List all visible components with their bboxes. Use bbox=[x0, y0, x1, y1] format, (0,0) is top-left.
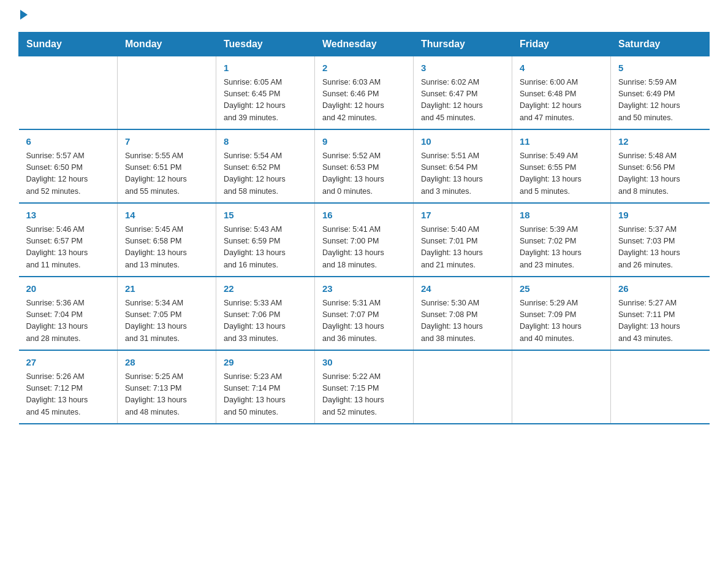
calendar-cell bbox=[118, 56, 216, 130]
day-info: Sunrise: 5:39 AM Sunset: 7:02 PM Dayligh… bbox=[520, 224, 603, 272]
day-info: Sunrise: 5:37 AM Sunset: 7:03 PM Dayligh… bbox=[618, 224, 702, 272]
day-info: Sunrise: 5:33 AM Sunset: 7:06 PM Dayligh… bbox=[224, 297, 307, 345]
day-number: 5 bbox=[618, 61, 702, 75]
calendar-week-row: 13Sunrise: 5:46 AM Sunset: 6:57 PM Dayli… bbox=[19, 203, 710, 277]
calendar-cell bbox=[414, 350, 512, 424]
day-info: Sunrise: 5:41 AM Sunset: 7:00 PM Dayligh… bbox=[322, 224, 406, 272]
day-number: 27 bbox=[26, 356, 110, 370]
calendar-cell: 16Sunrise: 5:41 AM Sunset: 7:00 PM Dayli… bbox=[315, 203, 414, 277]
calendar-cell: 21Sunrise: 5:34 AM Sunset: 7:05 PM Dayli… bbox=[118, 277, 216, 350]
calendar-cell: 4Sunrise: 6:00 AM Sunset: 6:48 PM Daylig… bbox=[512, 56, 611, 130]
day-number: 11 bbox=[520, 135, 603, 149]
day-info: Sunrise: 5:52 AM Sunset: 6:53 PM Dayligh… bbox=[322, 150, 406, 198]
day-info: Sunrise: 5:51 AM Sunset: 6:54 PM Dayligh… bbox=[421, 150, 504, 198]
day-info: Sunrise: 5:26 AM Sunset: 7:12 PM Dayligh… bbox=[26, 371, 110, 419]
calendar-cell: 11Sunrise: 5:49 AM Sunset: 6:55 PM Dayli… bbox=[512, 129, 611, 203]
day-info: Sunrise: 5:27 AM Sunset: 7:11 PM Dayligh… bbox=[618, 297, 702, 345]
day-number: 21 bbox=[125, 282, 208, 296]
day-number: 7 bbox=[125, 135, 208, 149]
day-number: 4 bbox=[520, 61, 603, 75]
calendar-cell: 24Sunrise: 5:30 AM Sunset: 7:08 PM Dayli… bbox=[414, 277, 512, 350]
calendar-cell: 19Sunrise: 5:37 AM Sunset: 7:03 PM Dayli… bbox=[611, 203, 710, 277]
day-info: Sunrise: 5:30 AM Sunset: 7:08 PM Dayligh… bbox=[421, 297, 504, 345]
day-info: Sunrise: 5:49 AM Sunset: 6:55 PM Dayligh… bbox=[520, 150, 603, 198]
calendar-cell: 5Sunrise: 5:59 AM Sunset: 6:49 PM Daylig… bbox=[611, 56, 710, 130]
logo-triangle-icon bbox=[20, 10, 28, 20]
calendar-cell: 3Sunrise: 6:02 AM Sunset: 6:47 PM Daylig… bbox=[414, 56, 512, 130]
day-info: Sunrise: 5:36 AM Sunset: 7:04 PM Dayligh… bbox=[26, 297, 110, 345]
calendar-cell: 14Sunrise: 5:45 AM Sunset: 6:58 PM Dayli… bbox=[118, 203, 216, 277]
day-info: Sunrise: 5:59 AM Sunset: 6:49 PM Dayligh… bbox=[618, 77, 702, 124]
day-info: Sunrise: 5:25 AM Sunset: 7:13 PM Dayligh… bbox=[125, 371, 208, 419]
calendar-cell: 25Sunrise: 5:29 AM Sunset: 7:09 PM Dayli… bbox=[512, 277, 611, 350]
day-number: 10 bbox=[421, 135, 504, 149]
day-info: Sunrise: 5:55 AM Sunset: 6:51 PM Dayligh… bbox=[125, 150, 208, 198]
calendar-cell: 20Sunrise: 5:36 AM Sunset: 7:04 PM Dayli… bbox=[19, 277, 118, 350]
calendar-cell bbox=[611, 350, 710, 424]
day-number: 23 bbox=[322, 282, 406, 296]
day-info: Sunrise: 6:00 AM Sunset: 6:48 PM Dayligh… bbox=[520, 77, 603, 124]
calendar-cell: 18Sunrise: 5:39 AM Sunset: 7:02 PM Dayli… bbox=[512, 203, 611, 277]
calendar-cell: 22Sunrise: 5:33 AM Sunset: 7:06 PM Dayli… bbox=[216, 277, 315, 350]
day-info: Sunrise: 5:43 AM Sunset: 6:59 PM Dayligh… bbox=[224, 224, 307, 272]
day-number: 16 bbox=[322, 209, 406, 223]
day-number: 17 bbox=[421, 209, 504, 223]
day-number: 8 bbox=[224, 135, 307, 149]
day-info: Sunrise: 5:54 AM Sunset: 6:52 PM Dayligh… bbox=[224, 150, 307, 198]
logo bbox=[18, 12, 28, 20]
day-info: Sunrise: 5:57 AM Sunset: 6:50 PM Dayligh… bbox=[26, 150, 110, 198]
day-number: 15 bbox=[224, 209, 307, 223]
day-number: 12 bbox=[618, 135, 702, 149]
calendar-cell: 9Sunrise: 5:52 AM Sunset: 6:53 PM Daylig… bbox=[315, 129, 414, 203]
day-number: 19 bbox=[618, 209, 702, 223]
calendar-cell: 27Sunrise: 5:26 AM Sunset: 7:12 PM Dayli… bbox=[19, 350, 118, 424]
day-header-wednesday: Wednesday bbox=[315, 33, 414, 56]
calendar-cell: 10Sunrise: 5:51 AM Sunset: 6:54 PM Dayli… bbox=[414, 129, 512, 203]
calendar-week-row: 1Sunrise: 6:05 AM Sunset: 6:45 PM Daylig… bbox=[19, 56, 710, 130]
day-info: Sunrise: 6:03 AM Sunset: 6:46 PM Dayligh… bbox=[322, 77, 406, 124]
day-number: 18 bbox=[520, 209, 603, 223]
calendar-table: SundayMondayTuesdayWednesdayThursdayFrid… bbox=[18, 32, 710, 424]
calendar-cell: 28Sunrise: 5:25 AM Sunset: 7:13 PM Dayli… bbox=[118, 350, 216, 424]
day-number: 20 bbox=[26, 282, 110, 296]
day-header-saturday: Saturday bbox=[611, 33, 710, 56]
day-header-thursday: Thursday bbox=[414, 33, 512, 56]
day-info: Sunrise: 6:02 AM Sunset: 6:47 PM Dayligh… bbox=[421, 77, 504, 124]
day-number: 30 bbox=[322, 356, 406, 370]
day-header-tuesday: Tuesday bbox=[216, 33, 315, 56]
calendar-cell: 1Sunrise: 6:05 AM Sunset: 6:45 PM Daylig… bbox=[216, 56, 315, 130]
calendar-cell: 7Sunrise: 5:55 AM Sunset: 6:51 PM Daylig… bbox=[118, 129, 216, 203]
day-number: 26 bbox=[618, 282, 702, 296]
page-header bbox=[18, 12, 710, 20]
calendar-cell: 13Sunrise: 5:46 AM Sunset: 6:57 PM Dayli… bbox=[19, 203, 118, 277]
day-number: 2 bbox=[322, 61, 406, 75]
calendar-cell: 30Sunrise: 5:22 AM Sunset: 7:15 PM Dayli… bbox=[315, 350, 414, 424]
calendar-week-row: 27Sunrise: 5:26 AM Sunset: 7:12 PM Dayli… bbox=[19, 350, 710, 424]
day-number: 6 bbox=[26, 135, 110, 149]
day-number: 9 bbox=[322, 135, 406, 149]
day-number: 28 bbox=[125, 356, 208, 370]
day-info: Sunrise: 5:29 AM Sunset: 7:09 PM Dayligh… bbox=[520, 297, 603, 345]
day-number: 29 bbox=[224, 356, 307, 370]
calendar-header-row: SundayMondayTuesdayWednesdayThursdayFrid… bbox=[19, 33, 710, 56]
day-number: 1 bbox=[224, 61, 307, 75]
day-number: 13 bbox=[26, 209, 110, 223]
day-header-sunday: Sunday bbox=[19, 33, 118, 56]
day-info: Sunrise: 5:40 AM Sunset: 7:01 PM Dayligh… bbox=[421, 224, 504, 272]
day-info: Sunrise: 5:31 AM Sunset: 7:07 PM Dayligh… bbox=[322, 297, 406, 345]
day-info: Sunrise: 5:23 AM Sunset: 7:14 PM Dayligh… bbox=[224, 371, 307, 419]
day-number: 3 bbox=[421, 61, 504, 75]
calendar-cell: 2Sunrise: 6:03 AM Sunset: 6:46 PM Daylig… bbox=[315, 56, 414, 130]
calendar-cell bbox=[19, 56, 118, 130]
day-header-friday: Friday bbox=[512, 33, 611, 56]
calendar-week-row: 6Sunrise: 5:57 AM Sunset: 6:50 PM Daylig… bbox=[19, 129, 710, 203]
day-number: 25 bbox=[520, 282, 603, 296]
day-number: 22 bbox=[224, 282, 307, 296]
day-info: Sunrise: 5:48 AM Sunset: 6:56 PM Dayligh… bbox=[618, 150, 702, 198]
calendar-cell bbox=[512, 350, 611, 424]
day-info: Sunrise: 5:22 AM Sunset: 7:15 PM Dayligh… bbox=[322, 371, 406, 419]
calendar-cell: 23Sunrise: 5:31 AM Sunset: 7:07 PM Dayli… bbox=[315, 277, 414, 350]
calendar-cell: 8Sunrise: 5:54 AM Sunset: 6:52 PM Daylig… bbox=[216, 129, 315, 203]
calendar-cell: 17Sunrise: 5:40 AM Sunset: 7:01 PM Dayli… bbox=[414, 203, 512, 277]
day-header-monday: Monday bbox=[118, 33, 216, 56]
